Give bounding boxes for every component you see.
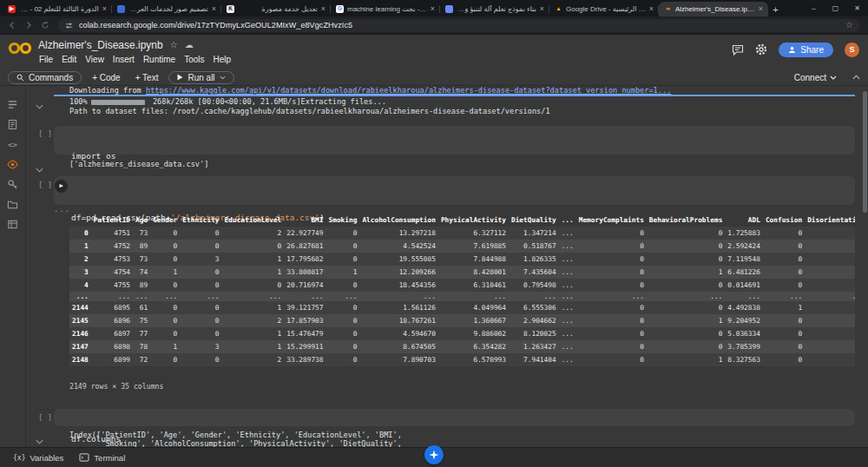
tab-close-icon[interactable]: × [321,5,326,13]
menu-help[interactable]: Help [208,55,235,64]
df-header-cell: Disorientation [805,214,855,227]
run-cell-button[interactable]: ▶ [55,180,68,193]
find-replace-icon[interactable] [6,118,19,131]
scrollbar-thumb[interactable] [863,91,867,213]
df-cell: 1 [647,353,726,366]
collapse-output-icon[interactable] [36,431,43,447]
table-of-contents-icon[interactable] [6,98,19,111]
variables-label: Variables [30,453,63,463]
df-cell: 0 [576,301,647,314]
collapse-output-icon[interactable] [36,96,43,113]
code-cell-editor[interactable]: df.columns [54,409,855,426]
df-cell: 8.327563 [725,353,763,366]
forward-icon[interactable] [24,21,33,30]
tab-close-icon[interactable]: × [759,5,763,13]
menu-file[interactable]: File [35,55,57,64]
tab-close-icon[interactable]: × [102,5,107,13]
settings-gear-icon[interactable] [755,43,767,56]
minimize-icon[interactable]: – [803,0,825,16]
cell-run-gutter[interactable]: [ ] [38,413,52,422]
df-cell: 6899 [91,353,133,366]
omnibox[interactable]: colab.research.google.com/drive/17zTYDmy… [57,19,860,32]
close-icon[interactable]: ✕ [846,0,868,16]
tab-close-icon[interactable]: × [540,5,544,13]
add-code-button[interactable]: + Code [88,73,125,82]
df-cell: 0 [805,327,855,340]
maximize-icon[interactable]: ▢ [825,0,846,16]
output-options-icon[interactable]: ... [54,205,70,214]
code-cell-editor[interactable]: ▶ df=pd.read_csv(path+'/alzheimers_disea… [54,176,855,205]
notebook-scroll-area[interactable]: Downloading from https://www.kaggle.com/… [26,86,862,447]
menu-insert[interactable]: Insert [108,55,139,64]
reload-icon[interactable] [41,21,49,30]
tab-close-icon[interactable]: × [649,5,654,13]
kaggle-download-link[interactable]: https://www.kaggle.com/api/v1/datasets/d… [146,86,671,95]
menu-tools[interactable]: Tools [180,55,208,64]
new-tab-button[interactable]: + [768,2,783,16]
menu-runtime[interactable]: Runtime [139,55,180,64]
df-cell: 7.844988 [438,253,509,266]
colab-favicon: ∞ [664,5,672,13]
variables-button[interactable]: {x} Variables [5,448,71,467]
browser-tab[interactable]: ▶الدورة الثالثة للتعلم 02 - (107)× [3,2,112,16]
profile-avatar[interactable]: S [845,43,859,57]
df-cell: 15.299911 [284,340,326,353]
commands-button[interactable]: Commands [8,71,82,84]
code-snippets-icon[interactable]: <> [6,138,19,151]
df-cell: ... [559,279,576,292]
vertical-scrollbar[interactable] [862,86,868,447]
secrets-key-icon[interactable] [6,178,19,191]
cell-run-gutter[interactable]: [ ] [38,181,52,189]
address-bar: colab.research.google.com/drive/17zTYDmy… [0,16,868,35]
design-site-favicon [117,5,125,13]
back-icon[interactable] [8,21,16,30]
connect-button[interactable]: Connect [794,73,837,82]
cell-output-line: Downloading from https://www.kaggle.com/… [69,86,671,95]
tab-close-icon[interactable]: × [212,5,216,13]
run-all-button[interactable]: Run all [168,71,233,84]
sparkle-icon [429,450,439,460]
code-cell-editor[interactable]: import os os.listdir(path) [54,126,855,155]
add-text-button[interactable]: + Text [131,73,163,82]
files-folder-icon[interactable] [6,198,19,211]
terminal-button[interactable]: Terminal [71,448,133,467]
cell-output-line: 100% 268k/268k [00:00<00:00, 21.6MB/s]Ex… [69,97,386,106]
browser-tab[interactable]: Kتعديل خدمة مصورة× [221,2,331,16]
browser-tab[interactable]: تصميم صور لخدمات الغري لانس× [112,2,221,16]
df-header-cell: EducationLevel [222,214,285,227]
browser-tab[interactable]: ∞Alzheimer's_Disease.ipynb - Co...× [659,2,768,16]
secrets-eye-icon[interactable] [6,158,19,171]
site-info-icon[interactable] [64,21,74,30]
collapse-output-icon[interactable] [36,160,43,176]
df-cell: ... [150,292,180,301]
search-icon [16,74,24,82]
df-cell: 17.795682 [284,253,326,266]
browser-tab[interactable]: Gmachine learning بحث - Google× [331,2,440,16]
tab-title: بناء نموذج تعلم آلة لتنبؤ وتحليل [457,5,536,13]
browser-tab[interactable]: ▲Google Drive - الصفحة الرئيسية× [549,2,659,16]
colab-logo-icon[interactable] [7,41,33,59]
cell-run-gutter[interactable]: [ ] [38,129,52,138]
df-cell: 0 [180,227,221,240]
menu-view[interactable]: View [81,55,108,64]
df-header-cell: DietQuality [509,214,559,227]
focused-cell-border [54,95,855,96]
comment-icon[interactable] [732,44,744,56]
collapse-header-icon[interactable] [852,75,860,80]
tab-close-icon[interactable]: × [431,5,435,13]
progress-bar [91,100,145,105]
data-table-icon[interactable] [6,218,19,231]
url-text: colab.research.google.com/drive/17zTYDmy… [79,21,840,30]
bookmark-star-icon[interactable]: ☆ [845,21,853,30]
notebook-title[interactable]: Alzheimer's_Disease.ipynb [38,39,163,51]
browser-tab[interactable]: بناء نموذج تعلم آلة لتنبؤ وتحليل× [440,2,549,16]
df-cell: 0 [326,253,360,266]
share-button[interactable]: Share [779,43,833,57]
df-cell: 0 [647,279,726,292]
df-cell: ... [559,227,576,240]
df-cell: 17.857903 [284,314,326,327]
menu-edit[interactable]: Edit [57,55,81,64]
star-icon[interactable]: ☆ [170,41,178,49]
gemini-spark-button[interactable] [424,445,444,464]
df-cell: ... [647,292,726,301]
